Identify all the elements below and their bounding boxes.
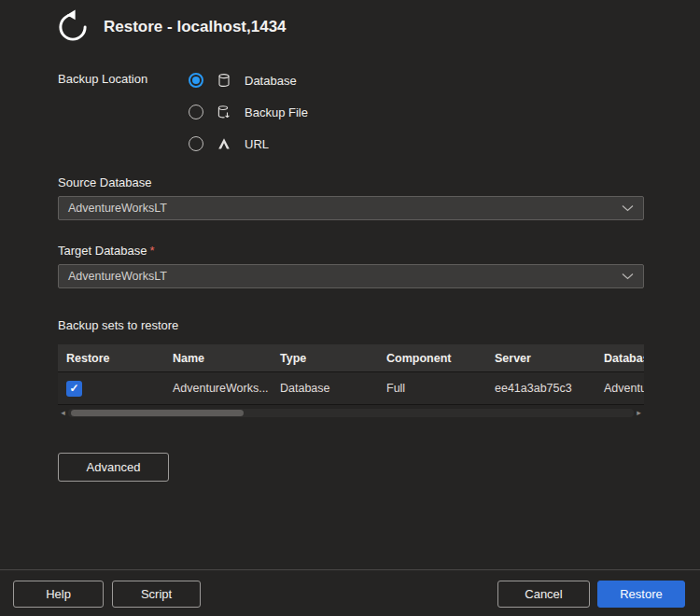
radio-label-database: Database [245, 74, 297, 88]
radio-option-backup-file[interactable]: Backup File [189, 104, 308, 120]
cell-name: AdventureWorks... [167, 382, 274, 395]
scrollbar-thumb[interactable] [71, 410, 244, 416]
restore-dialog: { "dialog": { "title": "Restore - localh… [0, 0, 700, 616]
source-database-value: AdventureWorksLT [68, 202, 167, 215]
advanced-button[interactable]: Advanced [58, 453, 169, 482]
table-header-row: Restore Name Type Component Server Datab… [58, 344, 644, 371]
dialog-footer: Help Script Cancel Restore [0, 569, 700, 616]
backup-sets-label: Backup sets to restore [58, 318, 178, 332]
radio-url[interactable] [189, 136, 203, 151]
scroll-right-arrow[interactable]: ▸ [634, 408, 644, 418]
source-database-label: Source Database [58, 175, 151, 189]
cell-server: ee41a3ab75c3 [489, 382, 598, 395]
cell-component: Full [381, 382, 489, 395]
required-marker: * [149, 244, 154, 258]
column-header-name[interactable]: Name [167, 352, 274, 365]
source-database-select[interactable]: AdventureWorksLT [58, 196, 644, 220]
column-header-restore[interactable]: Restore [58, 352, 167, 365]
restore-icon [53, 7, 92, 47]
scrollbar-track[interactable] [68, 409, 634, 417]
help-button[interactable]: Help [13, 581, 104, 608]
cancel-button[interactable]: Cancel [497, 581, 590, 608]
radio-option-database[interactable]: Database [189, 72, 297, 89]
dialog-title: Restore - localhost,1434 [104, 18, 287, 36]
cell-database: Adventu... [598, 382, 644, 395]
backup-sets-table: Restore Name Type Component Server Datab… [58, 344, 644, 405]
restore-button[interactable]: Restore [597, 581, 685, 608]
url-icon [216, 136, 232, 152]
radio-database[interactable] [189, 73, 203, 88]
target-database-label: Target Database* [58, 244, 154, 258]
scroll-left-arrow[interactable]: ◂ [58, 408, 68, 418]
column-header-server[interactable]: Server [489, 352, 598, 365]
column-header-type[interactable]: Type [274, 352, 381, 365]
chevron-down-icon [622, 273, 634, 280]
chevron-down-icon [622, 204, 634, 212]
target-database-value: AdventureWorksLT [68, 270, 167, 283]
cell-type: Database [274, 382, 381, 395]
database-icon [216, 73, 232, 89]
radio-label-backup-file: Backup File [245, 105, 308, 119]
radio-option-url[interactable]: URL [189, 135, 269, 152]
column-header-component[interactable]: Component [381, 352, 489, 365]
backup-location-label: Backup Location [58, 72, 147, 86]
table-row[interactable]: ✓ AdventureWorks... Database Full ee41a3… [58, 371, 644, 405]
dialog-header: Restore - localhost,1434 [53, 7, 287, 47]
radio-backup-file[interactable] [189, 105, 203, 119]
column-header-database[interactable]: Database [598, 352, 644, 365]
restore-checkbox[interactable]: ✓ [66, 381, 82, 397]
target-database-select[interactable]: AdventureWorksLT [58, 264, 644, 288]
target-database-label-text: Target Database [58, 244, 147, 258]
horizontal-scrollbar[interactable]: ◂ ▸ [58, 408, 644, 418]
radio-label-url: URL [245, 137, 269, 151]
script-button[interactable]: Script [112, 581, 201, 608]
backup-file-icon [216, 105, 232, 120]
